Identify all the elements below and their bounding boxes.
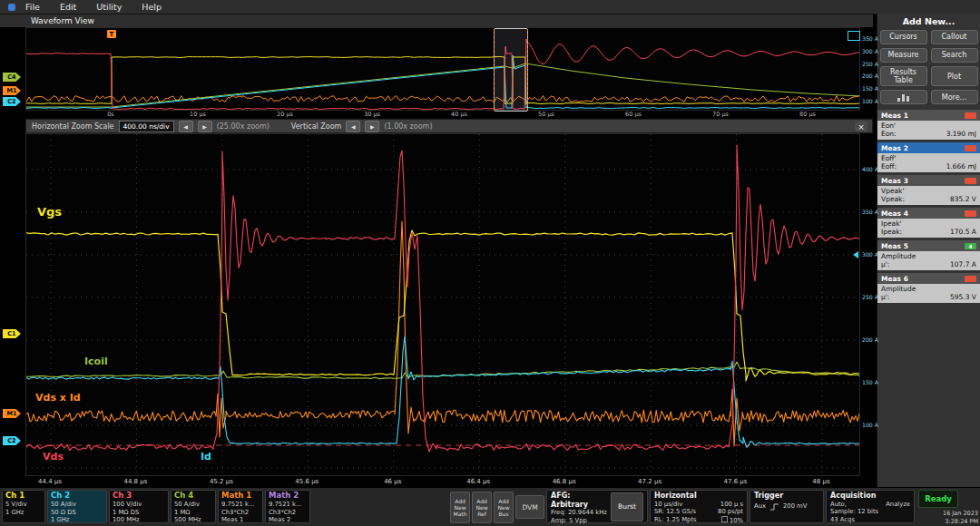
acquisition-mode: Auto, [830,501,847,509]
plot-button[interactable]: Plot [931,66,978,86]
ready-status-badge[interactable]: Ready [918,490,958,508]
channel-badge-ch-3[interactable]: Ch 3100 V/div1 MΩ DS100 MHz [109,490,169,523]
horizontal-zoom-scale-value[interactable]: 400.00 ns/div [119,121,174,132]
channel-marker-c1[interactable]: C1 [3,329,21,338]
measurement-value: 835.2 V [950,195,976,203]
zoom-window-box[interactable] [494,28,528,112]
channel-name: Ch 1 [5,492,42,501]
measurement-header: Meas 1 [877,110,980,121]
dvm-button[interactable]: DVM [515,495,544,519]
channel-setting: 100 MHz [113,516,165,523]
channel-marker-c4[interactable]: C4 [3,73,21,82]
position-icon [721,516,728,522]
horizontal-zoom-scale-label: Horizontal Zoom Scale [32,122,114,131]
add-new-bus-button[interactable]: AddNewBus [494,492,514,523]
channel-badge-ch-2[interactable]: Ch 250 A/div50 Ω DS1 GHz [47,490,107,523]
measurement-meas-3[interactable]: Meas 3Vpeak'Vpeak:835.2 V [877,175,980,205]
sample-period: 80 ps/pt [718,508,743,516]
horizontal-window: 100 µ s [720,501,743,509]
time-tick-label: 70 µs [712,111,729,118]
trigger-panel[interactable]: Trigger Aux 200 mV [750,490,824,523]
channel-setting: 9.7521 k... [269,501,307,509]
vzoom-decrease-button[interactable]: ◀ [346,121,360,132]
time-tick-label: 44.4 µs [38,478,62,485]
vds-trace-label: Vds [43,451,64,463]
amp-scale-label: 400 A [862,166,878,172]
acquisition-sample: Sample: 12 bits [830,508,910,516]
time-tick-label: 60 µs [625,111,642,118]
measurement-line1: Eoff' [881,154,976,162]
measure-button[interactable]: Measure [880,48,927,63]
channel-marker-c2[interactable]: C2 [3,97,21,106]
measurement-line1: Amplitude [881,285,976,293]
menu-item-help[interactable]: Help [132,2,172,12]
time-tick-label: 50 µs [538,111,554,118]
add-new-button-grid: CursorsCalloutMeasureSearchResults Table… [877,30,980,104]
amp-scale-label: 200 A [862,336,878,343]
trigger-title: Trigger [754,492,819,501]
cursors-button[interactable]: Cursors [880,30,927,44]
channel-badge-math-1[interactable]: Math 19.7521 k...Ch3*Ch2Meas 1 [218,490,263,523]
afg-panel[interactable]: AFG: Arbitrary Freq: 20.9644 kHz Amp: 5 … [546,490,648,523]
vertical-zoom-factor: (1.00x zoom) [384,122,432,131]
measurement-value: 1.666 mJ [946,162,976,170]
search-button[interactable]: Search [931,48,978,63]
measurement-line2: Ipeak:170.5 A [881,228,976,236]
measurement-meas-5[interactable]: Meas 54Amplitudeµ':107.7 A [877,240,980,270]
add-new-ref-button[interactable]: AddNewRef [472,492,492,523]
zoom-window-right-edge[interactable] [527,29,528,111]
vertical-zoom-label: Vertical Zoom [291,122,342,131]
trigger-level: 200 mV [783,502,807,511]
channel-setting: Ch3*Ch2 [269,509,307,517]
channel-setting: 9.7521 k... [221,501,260,509]
measurement-meas-1[interactable]: Meas 1Eon'Eon:3.190 mJ [877,110,980,140]
channel-marker-m1[interactable]: M1 [3,86,21,95]
main-channel-markers: C1M1C2 [0,133,25,476]
callout-button[interactable]: Callout [931,30,978,44]
add-new-title: Add New... [877,16,980,28]
channel-setting: Meas 2 [269,516,307,523]
menu-item-edit[interactable]: Edit [50,2,86,12]
add-button-line: New [475,504,487,511]
measurement-meas-6[interactable]: Meas 6Amplitudeµ':595.3 V [877,273,980,303]
ch2-position-marker[interactable] [853,251,858,258]
results-table-button[interactable]: Results Table [880,66,927,86]
menu-item-file[interactable]: File [15,2,50,12]
channel-badge-ch-4[interactable]: Ch 450 A/div1 MΩ500 MHz [171,490,216,523]
horizontal-title: Horizontal [654,492,743,501]
menu-items: FileEditUtilityHelp [15,2,172,12]
zoom-window-left-edge[interactable] [494,29,495,111]
hzoom-increase-button[interactable]: ▶ [198,121,212,132]
acquisition-panel[interactable]: Acquisition Auto,Analyze Sample: 12 bits… [826,490,915,523]
channel-badge-ch-1[interactable]: Ch 15 V/div1 GHz [2,490,45,523]
trigger-position-marker[interactable]: T [107,30,116,38]
overview-expand-icon[interactable] [848,31,860,41]
measurement-meas-4[interactable]: Meas 4Ipeak'Ipeak:170.5 A [877,208,980,238]
menu-item-utility[interactable]: Utility [86,2,132,12]
acquisition-title: Acquisition [830,492,910,501]
channel-badge-math-2[interactable]: Math 29.7521 k...Ch3*Ch2Meas 2 [265,490,310,523]
amp-scale-label: 300 A [862,251,878,258]
measurement-meas-2[interactable]: Meas 2Eoff'Eoff:1.666 mJ [877,142,980,172]
burst-button[interactable]: Burst [611,492,643,521]
add-new-math-button[interactable]: AddNewMath [450,492,470,523]
measurement-value-label: Vpeak: [881,195,905,203]
channel-marker-m1[interactable]: M1 [3,409,21,418]
overview-plot[interactable]: T [25,27,860,111]
main-waveforms [26,134,859,475]
time-tick-label: 46.4 µs [466,478,490,485]
channel-marker-c2[interactable]: C2 [3,436,21,445]
icoil-trace-label: Icoil [84,356,108,367]
more--button[interactable]: More... [931,90,978,104]
histogram-icon-button[interactable] [880,90,927,104]
record-length: RL: 1.25 Mpts [654,516,697,525]
main-zoom-plot[interactable]: Vgs Icoil Vds x Id Vds Id [25,133,860,476]
menu-bar: FileEditUtilityHelp [0,0,980,15]
channel-setting: 1 MΩ [174,509,212,517]
vzoom-increase-button[interactable]: ▶ [365,121,379,132]
hzoom-decrease-button[interactable]: ◀ [179,121,193,132]
horizontal-panel[interactable]: Horizontal 10 µs/div100 µ s SR: 12.5 GS/… [650,490,748,523]
rising-edge-icon [769,502,779,511]
afg-freq: Freq: 20.9644 kHz [551,509,608,517]
close-zoom-icon[interactable]: × [855,122,867,132]
